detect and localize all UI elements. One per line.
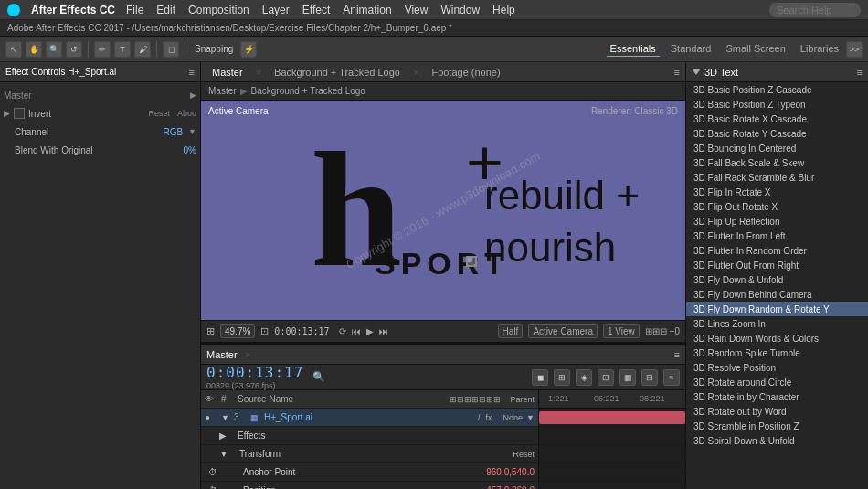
timeline-tracks: 👁 # Source Name ⊞⊞⊞⊞⊞⊞⊞ Parent ● ▼ 3 ▦ H… bbox=[201, 390, 685, 489]
tl-btn-5[interactable]: ▦ bbox=[619, 369, 636, 386]
comp-viewport: Active Camera Renderer: Classic 3D h + r… bbox=[201, 101, 685, 320]
quality-select[interactable]: Half bbox=[498, 324, 524, 338]
views-select[interactable]: 1 View bbox=[603, 324, 640, 338]
menu-file[interactable]: File bbox=[126, 4, 143, 16]
menu-animation[interactable]: Animation bbox=[343, 4, 391, 16]
workspace-libraries[interactable]: Libraries bbox=[797, 41, 842, 57]
effect-17[interactable]: 3D Rain Down Words & Colors bbox=[686, 331, 868, 345]
menu-help[interactable]: Help bbox=[492, 4, 515, 16]
effect-21[interactable]: 3D Rotate in by Character bbox=[686, 389, 868, 404]
effect-13[interactable]: 3D Fly Down & Unfold bbox=[686, 272, 868, 287]
layer-parent-dropdown[interactable]: ▼ bbox=[526, 413, 535, 422]
effect-18[interactable]: 3D Random Spike Tumble bbox=[686, 345, 868, 360]
tool-hand[interactable]: ✋ bbox=[26, 41, 42, 58]
effect-3[interactable]: 3D Basic Rotate Y Cascade bbox=[686, 126, 868, 141]
workspace-standard[interactable]: Standard bbox=[667, 41, 715, 57]
effect-23[interactable]: 3D Scramble in Position Z bbox=[686, 419, 868, 433]
channel-value: RGB bbox=[163, 127, 183, 137]
effects-expand[interactable]: ▶ bbox=[205, 431, 227, 441]
layer-fx[interactable]: fx bbox=[486, 413, 492, 422]
logo-rebuild: rebuild + bbox=[484, 169, 640, 221]
layer-eye[interactable]: ● bbox=[205, 412, 217, 422]
transform-expand[interactable]: ▼ bbox=[205, 449, 228, 459]
effect-2[interactable]: 3D Basic Rotate X Cascade bbox=[686, 112, 868, 126]
comp-tab-bg[interactable]: Background + Tracked Logo bbox=[269, 65, 406, 80]
effect-4[interactable]: 3D Bouncing In Centered bbox=[686, 141, 868, 155]
effect-19[interactable]: 3D Resolve Position bbox=[686, 360, 868, 375]
breadcrumb-master[interactable]: Master bbox=[208, 86, 237, 96]
effect-0[interactable]: 3D Basic Position Z Cascade bbox=[686, 82, 868, 97]
left-panel-tab[interactable]: Effect Controls H+_Sport.ai bbox=[5, 67, 116, 77]
tool-pen[interactable]: ✏ bbox=[94, 41, 111, 58]
tool-zoom[interactable]: 🔍 bbox=[46, 41, 62, 58]
anchor-stopwatch[interactable]: ⏱ bbox=[205, 467, 217, 477]
effect-14[interactable]: 3D Fly Down Behind Camera bbox=[686, 287, 868, 302]
comp-tab-footage[interactable]: Footage (none) bbox=[426, 65, 505, 80]
right-panel-menu[interactable]: ≡ bbox=[857, 67, 863, 78]
comp-ctrl-grid[interactable]: ⊞ bbox=[206, 325, 215, 337]
effect-1[interactable]: 3D Basic Position Z Typeon bbox=[686, 97, 868, 112]
search-input[interactable] bbox=[769, 3, 861, 17]
position-stopwatch[interactable]: ⏱ bbox=[205, 485, 217, 489]
comp-ctrl-icons[interactable]: ⊞⊞⊟ +0 bbox=[645, 326, 680, 336]
menu-effect[interactable]: Effect bbox=[302, 4, 330, 16]
menu-view[interactable]: View bbox=[405, 4, 429, 16]
effect-11[interactable]: 3D Flutter In Random Order bbox=[686, 243, 868, 258]
effect-6[interactable]: 3D Fall Rack Scramble & Blur bbox=[686, 170, 868, 185]
menu-edit[interactable]: Edit bbox=[156, 4, 175, 16]
view-select[interactable]: Active Camera bbox=[528, 324, 598, 338]
comp-ctrl-prev[interactable]: ⏮ bbox=[352, 326, 361, 336]
timeline-tab[interactable]: Master bbox=[206, 349, 238, 360]
tool-text[interactable]: T bbox=[114, 41, 131, 58]
tl-btn-2[interactable]: ⊞ bbox=[554, 369, 570, 386]
breadcrumb-sep: ▶ bbox=[240, 86, 248, 96]
invert-checkbox[interactable] bbox=[14, 108, 25, 119]
effect-9[interactable]: 3D Flip Up Reflection bbox=[686, 214, 868, 229]
effect-5[interactable]: 3D Fall Back Scale & Skew bbox=[686, 155, 868, 170]
workspace-small-screen[interactable]: Small Screen bbox=[722, 41, 789, 57]
left-panel-menu[interactable]: ≡ bbox=[189, 67, 195, 78]
comp-ctrl-fit[interactable]: ⊡ bbox=[260, 325, 269, 337]
menu-window[interactable]: Window bbox=[440, 4, 480, 16]
tool-rotate[interactable]: ↺ bbox=[66, 41, 82, 58]
effect-15[interactable]: 3D Fly Down Random & Rotate Y bbox=[686, 302, 868, 316]
layer-expand[interactable]: ▼ bbox=[221, 413, 230, 422]
channel-dropdown[interactable]: ▼ bbox=[188, 127, 196, 136]
invert-expand[interactable]: ▶ bbox=[4, 109, 10, 118]
effect-20[interactable]: 3D Rotate around Circle bbox=[686, 375, 868, 389]
workspace-essentials[interactable]: Essentials bbox=[607, 41, 660, 57]
effect-10[interactable]: 3D Flutter In From Left bbox=[686, 229, 868, 243]
effect-8[interactable]: 3D Flip Out Rotate X bbox=[686, 199, 868, 214]
effect-7[interactable]: 3D Flip In Rotate X bbox=[686, 185, 868, 199]
layer-solo[interactable]: / bbox=[478, 413, 481, 422]
effect-24[interactable]: 3D Spiral Down & Unfold bbox=[686, 433, 868, 448]
menu-composition[interactable]: Composition bbox=[188, 4, 249, 16]
comp-ctrl-play[interactable]: ▶ bbox=[366, 326, 374, 336]
comp-panel-menu[interactable]: ≡ bbox=[674, 67, 680, 78]
effect-16[interactable]: 3D Lines Zoom In bbox=[686, 316, 868, 331]
tool-select[interactable]: ↖ bbox=[5, 41, 22, 58]
tool-shape[interactable]: ◻ bbox=[163, 41, 179, 58]
snapping-toggle[interactable]: ⚡ bbox=[240, 41, 257, 58]
tl-btn-4[interactable]: ⊡ bbox=[598, 369, 614, 386]
menu-layer[interactable]: Layer bbox=[262, 4, 290, 16]
transform-reset[interactable]: Reset bbox=[513, 450, 535, 459]
layer-row[interactable]: ● ▼ 3 ▦ H+_Sport.ai / fx None ▼ bbox=[201, 409, 538, 427]
tl-btn-6[interactable]: ⊟ bbox=[641, 369, 658, 386]
workspace-more[interactable]: >> bbox=[846, 41, 863, 58]
comp-ctrl-loop[interactable]: ⟳ bbox=[339, 326, 346, 336]
effect-22[interactable]: 3D Rotate out by Word bbox=[686, 404, 868, 419]
position-value[interactable]: 457.0,360.0 bbox=[486, 485, 535, 489]
timeline-panel-menu[interactable]: ≡ bbox=[674, 349, 680, 360]
tl-btn-3[interactable]: ◈ bbox=[576, 369, 592, 386]
anchor-value[interactable]: 960.0,540.0 bbox=[486, 467, 535, 477]
tool-brush[interactable]: 🖌 bbox=[134, 41, 151, 58]
comp-ctrl-next[interactable]: ⏭ bbox=[379, 326, 388, 336]
effect-12[interactable]: 3D Flutter Out From Right bbox=[686, 258, 868, 272]
tl-btn-1[interactable]: ◼ bbox=[532, 369, 548, 386]
comp-zoom[interactable]: 49.7% bbox=[220, 324, 255, 338]
comp-tab-master[interactable]: Master bbox=[206, 65, 249, 80]
breadcrumb-bg[interactable]: Background + Tracked Logo bbox=[251, 86, 365, 96]
tl-search-icon[interactable]: 🔍 bbox=[312, 371, 325, 383]
tl-btn-7[interactable]: ≈ bbox=[663, 369, 680, 386]
